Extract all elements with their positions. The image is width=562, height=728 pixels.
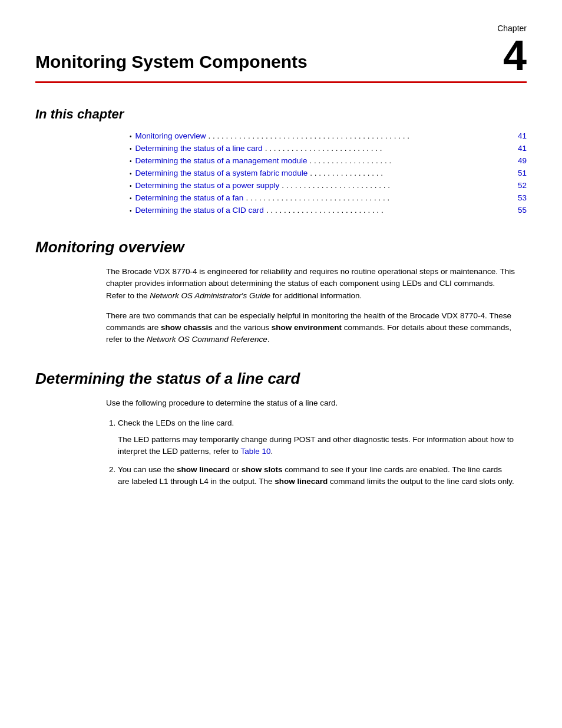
toc-item: •Determining the status of a line card. …: [130, 144, 527, 153]
toc-link[interactable]: Determining the status of a CID card: [135, 206, 264, 215]
toc-item: •Determining the status of a system fabr…: [130, 169, 527, 177]
toc-bullet: •: [130, 170, 132, 177]
toc-dots: . . . . . . . . . . . . . . . . . . . . …: [282, 181, 515, 190]
toc-item: •Determining the status of a power suppl…: [130, 181, 527, 190]
monitoring-overview-heading: Monitoring overview: [35, 238, 527, 256]
toc-dots: . . . . . . . . . . . . . . . . . . . . …: [265, 144, 515, 153]
monitoring-overview-para2: There are two commands that can be espec…: [106, 310, 515, 346]
toc-item: •Monitoring overview . . . . . . . . . .…: [130, 131, 527, 140]
toc-link[interactable]: Determining the status of a management m…: [135, 156, 308, 165]
toc-dots: . . . . . . . . . . . . . . . . . . . . …: [266, 206, 515, 215]
toc-bullet: •: [130, 183, 132, 189]
toc-item: •Determining the status of a CID card. .…: [130, 206, 527, 215]
in-this-chapter-section: In this chapter •Monitoring overview . .…: [35, 107, 527, 215]
toc-page[interactable]: 41: [518, 144, 527, 153]
toc-link[interactable]: Determining the status of a system fabri…: [135, 169, 308, 177]
chapter-title: Monitoring System Components: [35, 52, 308, 77]
toc-dots: . . . . . . . . . . . . . . . . .: [310, 169, 515, 177]
toc-bullet: •: [130, 146, 132, 152]
toc-link[interactable]: Determining the status of a fan: [135, 193, 244, 202]
toc-page[interactable]: 41: [518, 131, 527, 140]
chapter-header: Monitoring System Components Chapter 4: [35, 24, 527, 83]
toc-link[interactable]: Monitoring overview: [135, 131, 206, 140]
step-1: Check the LEDs on the line card. The LED…: [118, 417, 515, 458]
toc-bullet: •: [130, 133, 132, 140]
toc-link[interactable]: Determining the status of a power supply: [135, 181, 280, 190]
chapter-label-area: Chapter 4: [497, 24, 527, 77]
table-10-link[interactable]: Table 10: [240, 447, 270, 456]
step-2: You can use the show linecard or show sl…: [118, 464, 515, 488]
toc-bullet: •: [130, 158, 132, 164]
toc-bullet: •: [130, 195, 132, 202]
toc-dots: . . . . . . . . . . . . . . . . . . .: [309, 156, 515, 165]
toc-item: •Determining the status of a fan . . . .…: [130, 193, 527, 202]
toc-bullet: •: [130, 207, 132, 214]
monitoring-overview-section: Monitoring overview The Brocade VDX 8770…: [35, 238, 527, 346]
line-card-intro: Use the following procedure to determine…: [106, 397, 515, 409]
chapter-number: 4: [497, 34, 527, 77]
toc-link[interactable]: Determining the status of a line card: [135, 144, 263, 153]
toc-container: •Monitoring overview . . . . . . . . . .…: [130, 131, 527, 215]
toc-item: •Determining the status of a management …: [130, 156, 527, 165]
toc-dots: . . . . . . . . . . . . . . . . . . . . …: [246, 193, 515, 202]
monitoring-overview-para1: The Brocade VDX 8770-4 is engineered for…: [106, 266, 515, 302]
led-note: The LED patterns may temporarily change …: [118, 434, 515, 458]
toc-page[interactable]: 52: [518, 181, 527, 190]
toc-dots: . . . . . . . . . . . . . . . . . . . . …: [209, 131, 515, 140]
toc-page[interactable]: 51: [518, 169, 527, 177]
line-card-steps: Check the LEDs on the line card. The LED…: [118, 417, 515, 487]
line-card-section: Determining the status of a line card Us…: [35, 370, 527, 488]
line-card-heading: Determining the status of a line card: [35, 370, 527, 388]
toc-page[interactable]: 53: [518, 193, 527, 202]
toc-page[interactable]: 55: [518, 206, 527, 215]
in-this-chapter-heading: In this chapter: [35, 107, 527, 122]
toc-page[interactable]: 49: [518, 156, 527, 165]
